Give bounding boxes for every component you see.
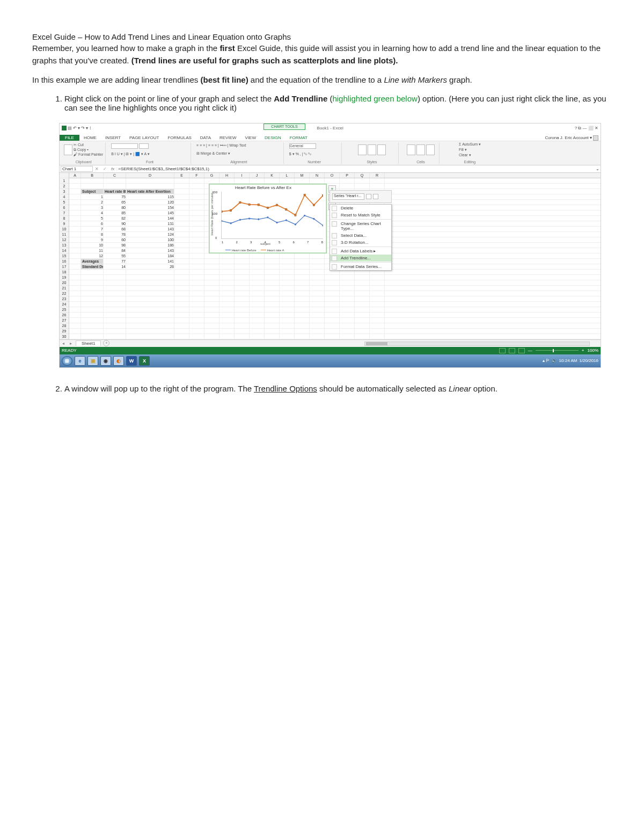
- windows-taskbar: ⊞ e ▣ ◉ ◐ W X ▴ 🏳 🔈 10:24 AM 1/20/2016: [60, 354, 601, 367]
- qat-undo-icon[interactable]: ↶ ▾: [73, 126, 80, 130]
- format-painter-button[interactable]: 🖌 Format Painter: [74, 153, 103, 156]
- svg-rect-16: [258, 204, 259, 205]
- group-label-clipboard: Clipboard: [76, 160, 92, 164]
- view-normal-icon[interactable]: [499, 348, 506, 353]
- worksheet-grid[interactable]: 1234567891011121314151617181920212223242…: [60, 173, 601, 339]
- name-box[interactable]: Chart 1: [61, 166, 93, 172]
- group-label-styles: Styles: [367, 160, 377, 164]
- cell-styles-icon[interactable]: [377, 144, 386, 155]
- view-page-layout-icon[interactable]: [509, 348, 515, 353]
- ribbon-group-font: B I U ▾ | ⊞ ▾ | 🟦 ▾ A ▾ Font: [109, 142, 191, 164]
- chart-lines: [222, 192, 323, 238]
- svg-point-3: [248, 217, 250, 219]
- sheet-nav-next-icon[interactable]: ▸: [67, 341, 75, 346]
- window-title: Book1 - Excel: [317, 126, 343, 130]
- format-cells-icon[interactable]: [426, 144, 435, 155]
- copy-button[interactable]: ⧉ Copy ▾: [74, 148, 103, 152]
- format-as-table-icon[interactable]: [368, 144, 376, 155]
- tab-review[interactable]: REVIEW: [215, 135, 241, 141]
- outline-icon[interactable]: [373, 194, 378, 199]
- ctx-change-chart-type[interactable]: Change Series Chart Type...: [330, 220, 391, 232]
- zoom-in-icon[interactable]: +: [582, 348, 584, 353]
- fill-button[interactable]: Fill ▾: [459, 148, 467, 152]
- svg-rect-18: [276, 204, 277, 206]
- horizontal-scrollbar[interactable]: [364, 342, 590, 346]
- ctx-format-data-series[interactable]: Format Data Series...: [330, 263, 391, 270]
- ctx-add-trendline[interactable]: Add Trendline...: [330, 255, 391, 262]
- delete-icon: [332, 206, 337, 211]
- taskbar-chrome-icon[interactable]: ◉: [100, 356, 111, 366]
- paste-icon[interactable]: [64, 144, 72, 155]
- sheet-tab-1[interactable]: Sheet1: [76, 340, 101, 346]
- qat-redo-icon[interactable]: ↷ ▾ ⁞: [81, 126, 91, 130]
- tab-home[interactable]: HOME: [79, 135, 101, 141]
- tab-design[interactable]: DESIGN: [260, 135, 286, 141]
- qat-save-icon[interactable]: ▤: [68, 126, 72, 130]
- wrap-text-button[interactable]: Wrap Text: [229, 143, 246, 147]
- group-label-editing: Editing: [464, 160, 475, 164]
- delete-cells-icon[interactable]: [416, 144, 425, 155]
- start-button[interactable]: ⊞: [62, 356, 72, 366]
- tab-view[interactable]: VIEW: [241, 135, 260, 141]
- chart-tools-contextual-tab: CHART TOOLS: [264, 124, 305, 130]
- tab-format[interactable]: FORMAT: [286, 135, 312, 141]
- merge-center-button[interactable]: Merge & Center ▾: [201, 151, 230, 155]
- conditional-formatting-icon[interactable]: [358, 144, 367, 155]
- account-menu[interactable]: Corona J. Eric Account ▾: [545, 135, 601, 141]
- formula-input[interactable]: =SERIES(Sheet1!$C$3,,Sheet1!$C$4:$C$15,1…: [116, 166, 594, 171]
- expand-formula-bar-icon[interactable]: ⌄: [594, 166, 601, 171]
- font-box[interactable]: [111, 143, 138, 149]
- series-dropdown[interactable]: Series "Heart r...: [332, 193, 364, 200]
- svg-point-5: [267, 216, 268, 218]
- svg-point-6: [276, 221, 277, 223]
- ctx-select-data[interactable]: Select Data...: [330, 232, 391, 239]
- ribbon-group-cells: Cells: [402, 142, 440, 164]
- ctx-3d-rotation[interactable]: 3-D Rotation...: [330, 239, 391, 246]
- number-format-dropdown[interactable]: General: [289, 143, 316, 149]
- new-sheet-button[interactable]: +: [103, 340, 109, 346]
- step2-a: A window will pop up to the right of the…: [64, 384, 254, 393]
- taskbar-ie-icon[interactable]: e: [75, 356, 85, 366]
- tab-formulas[interactable]: FORMULAS: [163, 135, 195, 141]
- ribbon-group-alignment: ≡ ≡ ≡ | ≡ ≡ ≡ | ↦↤ | Wrap Text ⊞ Merge &…: [194, 142, 284, 164]
- zoom-percent[interactable]: 100%: [588, 348, 598, 353]
- step2-b: Trendline Options: [254, 384, 317, 393]
- ctx-delete[interactable]: Delete: [330, 205, 391, 212]
- p2a: In this example we are adding linear tre…: [32, 75, 201, 84]
- cut-button[interactable]: ✂ Cut: [74, 143, 103, 147]
- cells-area[interactable]: ABCDEFGHIJKLMNOPQR SubjectHeart rate Bef…: [69, 173, 601, 339]
- ctx-reset-style[interactable]: Reset to Match Style: [330, 212, 391, 219]
- tab-page-layout[interactable]: PAGE LAYOUT: [125, 135, 163, 141]
- step1-a: Right click on the point or line of your…: [64, 94, 274, 103]
- svg-rect-15: [248, 204, 250, 205]
- zoom-slider[interactable]: [536, 350, 579, 351]
- group-label-number: Number: [308, 160, 321, 164]
- insert-cells-icon[interactable]: [407, 144, 415, 155]
- tab-file[interactable]: FILE: [60, 135, 79, 141]
- cancel-icon[interactable]: ✕: [93, 166, 101, 171]
- font-size-box[interactable]: [139, 143, 149, 149]
- tab-insert[interactable]: INSERT: [101, 135, 125, 141]
- enter-icon[interactable]: ✓: [101, 166, 109, 171]
- taskbar-excel-icon[interactable]: X: [139, 356, 150, 366]
- ctx-add-data-labels[interactable]: Add Data Labels ▸: [330, 248, 391, 255]
- sheet-nav-prev-icon[interactable]: ◂: [60, 341, 67, 346]
- zoom-out-icon[interactable]: —: [528, 348, 532, 353]
- taskbar-firefox-icon[interactable]: ◐: [113, 356, 124, 366]
- quick-access-toolbar: ▤ ↶ ▾ ↷ ▾ ⁞: [60, 126, 91, 130]
- embedded-chart[interactable]: Heart Rate Before vs After Ex Heart Rate…: [209, 184, 327, 253]
- clear-button[interactable]: Clear ▾: [459, 153, 471, 157]
- p1a: Remember, you learned how to make a grap…: [32, 43, 219, 53]
- svg-point-7: [286, 219, 287, 221]
- p1b: first: [219, 43, 235, 53]
- fx-icon[interactable]: fx: [109, 166, 116, 171]
- status-bar: READY — + 100%: [60, 347, 601, 354]
- tab-data[interactable]: DATA: [196, 135, 215, 141]
- chart-plot-area[interactable]: 200 100 0 12345678: [221, 192, 323, 239]
- autosum-button[interactable]: Σ AutoSum ▾: [459, 142, 481, 147]
- fill-icon[interactable]: [366, 194, 371, 199]
- taskbar-explorer-icon[interactable]: ▣: [87, 356, 98, 366]
- view-page-break-icon[interactable]: [518, 348, 525, 353]
- taskbar-word-icon[interactable]: W: [126, 356, 137, 366]
- rotation-icon: [332, 240, 337, 245]
